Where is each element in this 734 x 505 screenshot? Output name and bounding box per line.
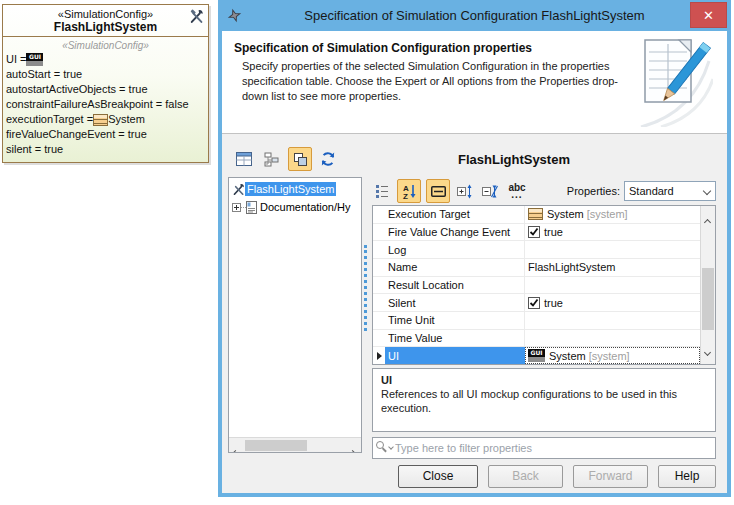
search-icon[interactable]	[373, 440, 395, 456]
attribute-line: silent = true	[6, 142, 205, 157]
help-button[interactable]: Help	[658, 465, 716, 488]
property-name[interactable]: Time Unit	[385, 312, 525, 329]
row-gutter	[373, 206, 385, 223]
property-name[interactable]: Execution Target	[385, 206, 525, 223]
properties-mode-value: Standard	[625, 185, 674, 197]
property-name[interactable]: Fire Value Change Event	[385, 224, 525, 241]
table-vertical-scrollbar[interactable]	[700, 206, 715, 364]
scroll-right-icon[interactable]	[350, 442, 355, 453]
table-view-button[interactable]	[232, 147, 256, 171]
property-name[interactable]: Result Location	[385, 277, 525, 294]
table-row[interactable]: Result Location	[373, 277, 715, 295]
simulation-config-class-box[interactable]: «SimulationConfig» FlashLightSystem «Sim…	[2, 4, 209, 163]
attribute-line: fireValueChangeEvent = true	[6, 127, 205, 142]
attribute-text: System	[108, 112, 145, 127]
value-text: true	[544, 226, 563, 238]
tree-item-label[interactable]: FlashLightSystem	[245, 182, 336, 196]
dialog-title-bar[interactable]: Specification of Simulation Configuratio…	[218, 0, 731, 31]
document-pencil-icon	[635, 35, 713, 127]
expand-all-button[interactable]	[455, 179, 475, 203]
properties-mode-select[interactable]: Standard	[624, 181, 716, 201]
property-name[interactable]: Name	[385, 259, 525, 276]
property-name[interactable]: Time Value	[385, 330, 525, 347]
scroll-left-icon[interactable]	[233, 442, 238, 453]
attribute-text: UI =	[6, 52, 26, 67]
table-row[interactable]: Name FlashLightSystem	[373, 259, 715, 277]
property-value[interactable]	[525, 241, 700, 258]
attribute-text: silent = true	[6, 142, 63, 157]
table-row[interactable]: Execution Target System [system]	[373, 206, 715, 224]
tree-item-documentation[interactable]: Documentation/Hy	[229, 198, 361, 216]
close-window-button[interactable]: ✕	[690, 2, 727, 28]
tree-item-label[interactable]: Documentation/Hy	[260, 201, 351, 213]
attribute-text: autostartActiveObjects = true	[6, 82, 148, 97]
svg-text:Z: Z	[403, 192, 408, 200]
panel-splitter[interactable]	[364, 245, 367, 331]
close-button[interactable]: Close	[398, 465, 478, 488]
value-text: FlashLightSystem	[528, 261, 615, 273]
checkbox-checked[interactable]	[528, 226, 540, 238]
table-row[interactable]: Time Unit	[373, 312, 715, 330]
value-suffix: [system]	[587, 208, 628, 220]
scrollbar-thumb[interactable]	[245, 440, 307, 451]
sort-alphabetically-button[interactable]: A Z	[397, 179, 421, 203]
attribute-line: UI = GUI	[6, 52, 205, 67]
table-row[interactable]: Silent true	[373, 294, 715, 312]
table-row[interactable]: Log	[373, 241, 715, 259]
property-name[interactable]: Silent	[385, 294, 525, 311]
selected-element-title: FlashLightSystem	[458, 152, 570, 167]
back-button[interactable]: Back	[488, 465, 563, 488]
property-name[interactable]: UI	[385, 347, 525, 364]
property-value[interactable]: GUI System [system]	[525, 347, 700, 364]
table-row-selected[interactable]: UI GUI System [system]	[373, 347, 715, 364]
edit-text-button[interactable]: abc...	[505, 179, 529, 203]
property-value[interactable]	[525, 330, 700, 347]
dialog-content: Specification of Simulation Configuratio…	[222, 31, 727, 493]
scroll-down-icon[interactable]	[705, 341, 710, 359]
description-text: References to all UI mockup configuratio…	[381, 388, 677, 414]
categorized-view-button[interactable]	[372, 179, 392, 203]
row-gutter	[373, 347, 385, 364]
table-row[interactable]: Time Value	[373, 330, 715, 348]
expand-plus-icon[interactable]	[232, 203, 241, 212]
scrollbar-thumb[interactable]	[702, 268, 714, 330]
attribute-text: constraintFailureAsBreakpoint = false	[6, 97, 189, 112]
collapse-all-button[interactable]	[480, 179, 500, 203]
refresh-button[interactable]	[316, 147, 340, 171]
filter-box[interactable]	[372, 437, 716, 459]
attribute-line: executionTarget = System	[6, 112, 205, 127]
chevron-down-icon	[703, 187, 711, 195]
attribute-text: autoStart = true	[6, 67, 82, 82]
switch-nodes-button[interactable]	[288, 147, 312, 171]
scroll-up-icon[interactable]	[705, 211, 710, 229]
row-gutter	[373, 241, 385, 258]
tree-horizontal-scrollbar[interactable]	[229, 437, 361, 452]
class-name: FlashLightSystem	[5, 20, 206, 34]
property-value[interactable]: true	[525, 224, 700, 241]
tree-item-flashlightsystem[interactable]: FlashLightSystem	[229, 180, 361, 198]
checkbox-checked[interactable]	[528, 297, 540, 309]
property-value[interactable]: FlashLightSystem	[525, 259, 700, 276]
properties-table: Execution Target System [system] Fire Va…	[372, 205, 716, 365]
property-name[interactable]: Log	[385, 241, 525, 258]
property-value[interactable]: true	[525, 294, 700, 311]
containment-tree-button[interactable]	[260, 147, 284, 171]
row-gutter	[373, 259, 385, 276]
show-description-button[interactable]	[426, 179, 450, 203]
property-value[interactable]	[525, 277, 700, 294]
dialog-title: Specification of Simulation Configuratio…	[218, 8, 731, 23]
specification-tree-panel[interactable]: FlashLightSystem Documentation/Hy	[228, 177, 362, 453]
class-box-body: «SimulationConfig» UI = GUI autoStart = …	[3, 37, 208, 159]
row-gutter	[373, 312, 385, 329]
property-description-panel: UI References to all UI mockup configura…	[372, 368, 716, 432]
row-gutter	[373, 224, 385, 241]
property-value[interactable]: System [system]	[525, 206, 700, 223]
filter-input[interactable]	[395, 439, 715, 457]
value-text: System	[549, 350, 586, 362]
table-row[interactable]: Fire Value Change Event true	[373, 224, 715, 242]
element-icon	[93, 114, 108, 126]
header-description: Specify properties of the selected Simul…	[242, 59, 620, 104]
attribute-line: autoStart = true	[6, 67, 205, 82]
property-value[interactable]	[525, 312, 700, 329]
forward-button[interactable]: Forward	[573, 465, 648, 488]
